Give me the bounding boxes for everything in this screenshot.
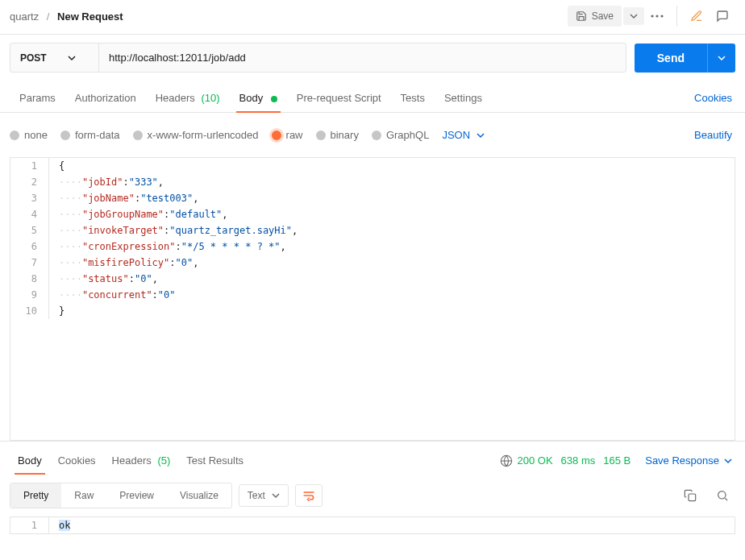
radio-icon xyxy=(316,131,326,140)
comments-button[interactable] xyxy=(710,5,735,27)
response-tab-test-results[interactable]: Test Results xyxy=(178,446,252,475)
response-tab-headers[interactable]: Headers (5) xyxy=(104,446,179,475)
tab-body-label: Body xyxy=(239,92,264,104)
body-type-binary-label: binary xyxy=(331,129,359,141)
cookies-link[interactable]: Cookies xyxy=(691,84,735,112)
breadcrumb: quartz / New Request xyxy=(10,10,568,23)
line-code[interactable]: ok xyxy=(49,517,735,533)
editor-line[interactable]: 1{ xyxy=(10,158,735,174)
copy-response-button[interactable] xyxy=(677,484,703,507)
search-response-button[interactable] xyxy=(710,484,735,507)
line-code[interactable]: ····"jobName":"test003", xyxy=(49,190,735,206)
body-type-x-www-form-urlencoded[interactable]: x-www-form-urlencoded xyxy=(133,129,259,141)
body-type-raw[interactable]: raw xyxy=(272,129,303,141)
breadcrumb-name[interactable]: New Request xyxy=(57,10,123,23)
body-type-none[interactable]: none xyxy=(10,129,48,141)
more-actions-button[interactable] xyxy=(644,10,670,23)
line-number: 7 xyxy=(10,255,49,271)
line-code[interactable]: ····"jobGroupName":"default", xyxy=(49,206,735,222)
send-button-group: Send xyxy=(635,44,735,73)
tab-headers[interactable]: Headers (10) xyxy=(146,84,230,112)
tab-params[interactable]: Params xyxy=(10,84,65,112)
line-code[interactable]: ····"cronExpression":"*/5 * * * * ? *", xyxy=(49,239,735,255)
line-number: 9 xyxy=(10,287,49,303)
beautify-link[interactable]: Beautify xyxy=(691,121,735,149)
line-number: 4 xyxy=(10,206,49,222)
response-view-preview[interactable]: Preview xyxy=(106,483,167,508)
svg-rect-4 xyxy=(689,494,696,501)
pencil-icon xyxy=(690,10,703,23)
request-row: POST Send xyxy=(0,35,745,81)
save-response-link[interactable]: Save Response xyxy=(642,446,735,475)
line-code[interactable]: ····"invokeTarget":"quartz_target.sayHi"… xyxy=(49,222,735,239)
tab-headers-count: (10) xyxy=(201,92,219,104)
body-type-raw-label: raw xyxy=(286,129,303,141)
copy-icon xyxy=(684,489,697,502)
body-type-form-data[interactable]: form-data xyxy=(60,129,120,141)
request-tabs: Params Authorization Headers (10) Body P… xyxy=(0,81,745,113)
url-input[interactable] xyxy=(99,44,626,72)
response-tab-body[interactable]: Body xyxy=(10,446,50,475)
breadcrumb-separator: / xyxy=(47,10,50,23)
tab-settings[interactable]: Settings xyxy=(435,84,492,112)
http-method-select[interactable]: POST xyxy=(10,44,99,72)
body-type-binary[interactable]: binary xyxy=(316,129,359,141)
response-format-value: Text xyxy=(248,490,265,501)
response-format-select[interactable]: Text xyxy=(239,484,289,507)
response-section: Body Cookies Headers (5) Test Results 20… xyxy=(0,441,745,534)
response-view-raw[interactable]: Raw xyxy=(61,483,106,508)
raw-language-select[interactable]: JSON xyxy=(442,129,485,141)
edit-button[interactable] xyxy=(684,5,710,27)
svg-point-0 xyxy=(651,15,653,17)
wrap-icon xyxy=(302,490,315,501)
editor-line[interactable]: 9····"concurrent":"0" xyxy=(10,287,735,303)
response-tabs: Body Cookies Headers (5) Test Results 20… xyxy=(0,442,745,479)
editor-line[interactable]: 4····"jobGroupName":"default", xyxy=(10,206,735,222)
editor-line[interactable]: 5····"invokeTarget":"quartz_target.sayHi… xyxy=(10,222,735,239)
editor-line[interactable]: 1ok xyxy=(10,517,735,533)
body-type-graphql[interactable]: GraphQL xyxy=(372,129,429,141)
save-button-dropdown[interactable] xyxy=(623,7,644,25)
editor-line[interactable]: 10} xyxy=(10,303,735,319)
line-code[interactable]: ····"jobId":"333", xyxy=(49,174,735,190)
editor-line[interactable]: 8····"status":"0", xyxy=(10,271,735,287)
radio-icon xyxy=(372,131,381,140)
line-code[interactable]: } xyxy=(49,303,735,319)
request-body-editor[interactable]: 1{2····"jobId":"333",3····"jobName":"tes… xyxy=(10,157,735,441)
save-icon xyxy=(576,10,587,22)
line-code[interactable]: ····"misfirePolicy":"0", xyxy=(49,255,735,271)
response-view-pretty[interactable]: Pretty xyxy=(10,483,61,508)
svg-point-5 xyxy=(718,492,726,499)
line-number: 1 xyxy=(10,158,49,174)
response-view-visualize[interactable]: Visualize xyxy=(167,483,231,508)
title-bar: quartz / New Request Save xyxy=(0,0,745,35)
line-number: 2 xyxy=(10,174,49,190)
send-button[interactable]: Send xyxy=(635,44,707,73)
editor-line[interactable]: 7····"misfirePolicy":"0", xyxy=(10,255,735,271)
method-url-group: POST xyxy=(10,43,626,73)
line-number: 6 xyxy=(10,239,49,255)
response-tab-cookies[interactable]: Cookies xyxy=(50,446,104,475)
tab-body[interactable]: Body xyxy=(230,84,287,112)
save-button[interactable]: Save xyxy=(568,6,622,27)
editor-line[interactable]: 2····"jobId":"333", xyxy=(10,174,735,190)
breadcrumb-folder[interactable]: quartz xyxy=(10,10,39,23)
response-body-editor[interactable]: 1ok xyxy=(10,516,735,534)
editor-line[interactable]: 6····"cronExpression":"*/5 * * * * ? *", xyxy=(10,239,735,255)
line-code[interactable]: ····"status":"0", xyxy=(49,271,735,287)
line-number: 10 xyxy=(10,303,49,319)
editor-line[interactable]: 3····"jobName":"test003", xyxy=(10,190,735,206)
response-toolbar: Pretty Raw Preview Visualize Text xyxy=(0,479,745,516)
tab-tests[interactable]: Tests xyxy=(391,84,435,112)
send-button-dropdown[interactable] xyxy=(707,44,735,73)
line-code[interactable]: { xyxy=(49,158,735,174)
wrap-lines-button[interactable] xyxy=(295,484,323,507)
line-number: 1 xyxy=(10,517,49,533)
line-code[interactable]: ····"concurrent":"0" xyxy=(49,287,735,303)
tab-authorization[interactable]: Authorization xyxy=(65,84,146,112)
response-size: 165 B xyxy=(603,454,631,467)
http-method-value: POST xyxy=(20,52,47,64)
tab-pre-request-script[interactable]: Pre-request Script xyxy=(287,84,391,112)
network-icon[interactable] xyxy=(495,454,518,467)
svg-point-2 xyxy=(660,15,663,17)
